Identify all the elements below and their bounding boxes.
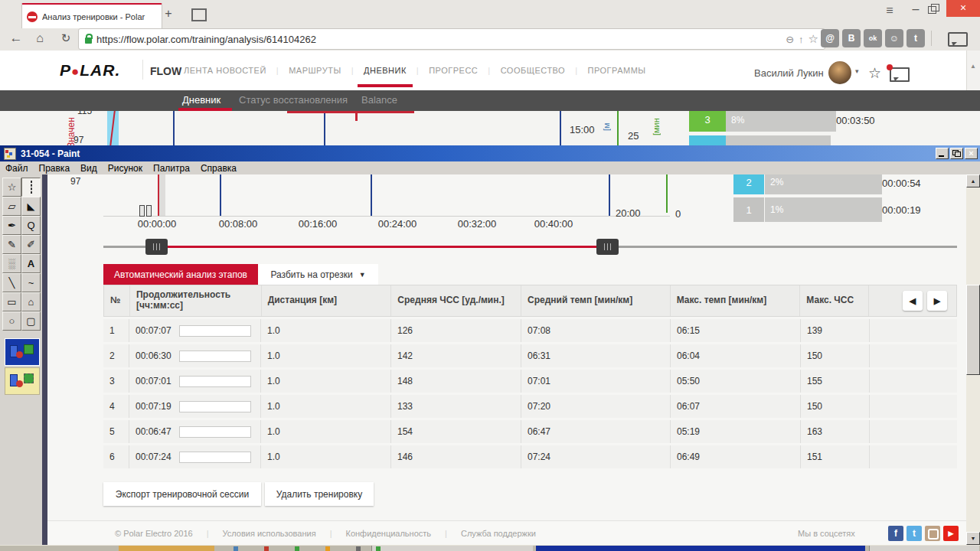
paint-minimize-button[interactable] [936,148,949,159]
tool-ellipse-icon[interactable]: ○ [2,311,21,331]
my-world-extension-icon[interactable]: ☺ [885,29,903,47]
lap-duration-cell: 00:06:47 [129,420,260,443]
lap-number: 4 [103,395,129,418]
taskbar-quicklaunch-icon[interactable] [295,546,299,551]
close-button[interactable]: × [946,0,980,17]
tool-airbrush-icon[interactable]: ░ [2,254,21,273]
twitter-icon[interactable]: t [906,526,922,541]
tool-freeform-select-icon[interactable]: ☆ [2,178,21,197]
taskbar-tray[interactable] [869,546,979,551]
url-bar[interactable]: https://flow.polar.com/training/analysis… [78,28,825,50]
vk-extension-icon[interactable]: B [842,29,861,47]
menu-view[interactable]: Вид [80,163,97,174]
subnav-diary[interactable]: Дневник [182,94,220,106]
subnav-balance[interactable]: Balance [361,94,397,106]
tool-select-icon[interactable] [21,178,41,197]
paint-scroll-up-icon[interactable]: ▲ [966,174,980,187]
start-button[interactable] [119,546,214,551]
lap-max-hr: 151 [800,445,869,468]
lap-avg-pace: 07:24 [521,445,670,468]
tab-split-into-segments[interactable]: Разбить на отрезки ▼ [258,264,378,285]
refresh-button[interactable]: ↻ [58,31,74,46]
nav-diary[interactable]: ДНЕВНИК [364,66,407,75]
tool-magnifier-icon[interactable]: Q [21,216,41,235]
footer-link-privacy[interactable]: Конфиденциальность [345,529,431,538]
youtube-icon[interactable]: ▶ [943,526,959,541]
prev-page-button[interactable]: ◀ [903,291,923,311]
taskbar-task-button[interactable] [371,546,533,551]
home-button[interactable]: ⌂ [32,31,47,46]
paste-opaque-option[interactable] [5,338,40,366]
paint-scrollbar-thumb[interactable] [966,285,980,375]
nav-programs[interactable]: ПРОГРАММЫ [588,66,646,75]
browser-menu-icon[interactable]: ≡ [880,3,899,18]
new-tab-button[interactable]: + [159,6,178,21]
subnav-recovery-status[interactable]: Статус восстановления [239,94,348,106]
favorites-star-icon[interactable]: ☆ [868,64,881,82]
next-page-button[interactable]: ▶ [927,291,947,311]
menu-file[interactable]: Файл [5,163,28,174]
user-name[interactable]: Василий Лукин [754,67,824,79]
tool-text-icon[interactable]: A [21,254,41,273]
delete-training-button[interactable]: Удалить тренировку [265,482,374,506]
menu-edit[interactable]: Правка [39,163,70,174]
paste-transparent-option[interactable] [5,367,40,395]
tool-curve-icon[interactable]: ~ [21,273,41,292]
footer-link-terms[interactable]: Условия использования [223,529,316,538]
taskbar-task-button-active[interactable] [536,546,865,551]
avatar[interactable] [828,61,851,84]
nav-progress[interactable]: ПРОГРЕСС [429,66,478,75]
lap-marker-icon[interactable] [139,205,145,217]
nav-community[interactable]: СООБЩЕСТВО [501,66,566,75]
tool-rounded-rectangle-icon[interactable]: ▢ [21,311,41,331]
tool-line-icon[interactable]: ╲ [2,273,21,292]
range-slider-left-handle[interactable] [145,239,168,255]
tool-eraser-icon[interactable]: ▱ [2,197,21,216]
tool-fill-icon[interactable]: ◣ [21,197,41,216]
paint-close-button[interactable]: × [965,148,978,159]
lap-marker-icon[interactable] [146,205,152,217]
user-menu-caret-icon[interactable]: ▾ [855,67,859,75]
menu-help[interactable]: Справка [201,163,237,174]
comments-icon[interactable] [948,32,968,47]
browser-tab[interactable]: Анализ тренировки - Polar F [21,3,162,28]
mail-ru-extension-icon[interactable]: @ [821,29,839,47]
polar-logo[interactable]: P●LAR. [60,61,120,80]
twitter-extension-icon[interactable]: t [906,29,925,47]
odnoklassniki-extension-icon[interactable]: ok [864,29,882,47]
menu-palette[interactable]: Палитра [153,163,190,174]
tool-polygon-icon[interactable]: ⌂ [21,292,41,311]
nav-news-feed[interactable]: ЛЕНТА НОВОСТЕЙ [184,66,266,75]
taskbar-quicklaunch-icon[interactable] [264,546,269,551]
tab-list-icon[interactable] [191,8,207,21]
paint-scrollbar[interactable]: ▲ ▼ [966,174,980,545]
tool-color-picker-icon[interactable]: ✒ [2,216,21,235]
header-max-hr: Макс. ЧСС [799,285,868,316]
tool-brush-icon[interactable]: ✐ [21,235,41,254]
tool-rectangle-icon[interactable]: ▭ [2,292,21,311]
paint-restore-button[interactable] [950,148,963,159]
share-icon[interactable]: ↑ [799,34,804,45]
menu-image[interactable]: Рисунок [108,163,142,174]
facebook-icon[interactable]: f [888,526,903,541]
minimize-button[interactable]: – [908,2,923,17]
paint-title-bar[interactable]: 31-054 - Paint × [0,145,980,161]
taskbar-quicklaunch-icon[interactable] [325,546,330,551]
back-button[interactable]: ← [8,31,24,46]
tab-automatic-lap-analysis[interactable]: Автоматический анализ этапов [103,264,258,285]
tool-pencil-icon[interactable]: ✎ [2,235,21,254]
restore-button[interactable] [928,6,936,14]
footer-link-support[interactable]: Служба поддержки [461,529,536,538]
range-slider-right-handle[interactable] [596,239,619,255]
paint-scroll-down-icon[interactable]: ▼ [966,532,980,545]
notifications-icon[interactable] [890,67,910,82]
instagram-icon[interactable] [925,526,940,541]
bookmark-star-icon[interactable]: ☆ [808,32,818,46]
taskbar-quicklaunch-icon[interactable] [356,546,361,551]
lap-avg-pace: 06:47 [521,420,670,443]
taskbar-quicklaunch-icon[interactable] [234,546,238,551]
scroll-up-icon[interactable]: ▲ [970,63,976,70]
nav-routes[interactable]: МАРШРУТЫ [289,66,341,75]
block-content-icon[interactable]: ⊖ [786,34,794,45]
export-session-button[interactable]: Экспорт тренировочной сессии [103,482,261,506]
